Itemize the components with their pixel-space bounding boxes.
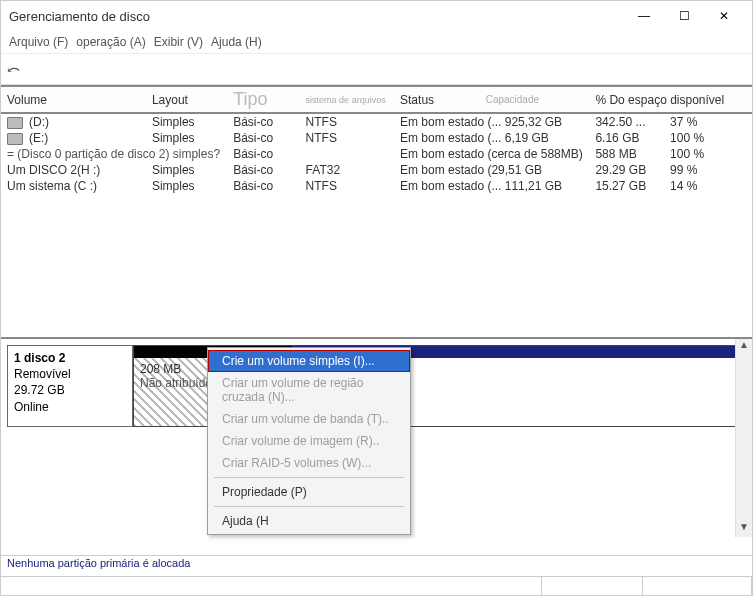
cell-filesystem: NTFS [300,113,394,130]
ctx-properties[interactable]: Propriedade (P) [208,481,410,503]
disk-info-box[interactable]: 1 disco 2 Removível 29.72 GB Online [7,345,133,427]
ctx-separator [214,506,404,507]
menu-help[interactable]: Ajuda (H) [211,35,262,49]
col-volume[interactable]: Volume [1,86,146,113]
scroll-down-icon[interactable]: ▼ [736,521,752,537]
table-row[interactable]: Um DISCO 2(H :)SimplesBási-coFAT32Em bom… [1,162,752,178]
cell-type: Bási-co [227,162,299,178]
cell-type: Bási-co [227,130,299,146]
legend-bar: Nenhuma partição primária é alocada [1,555,752,576]
table-header-row: Volume Layout Tipo sistema de arquivos S… [1,86,752,113]
cell-free-pct: 100 % [664,146,752,162]
cell-type: Bási-co [227,146,299,162]
volume-name: (E:) [29,131,48,145]
menu-action[interactable]: operação (A) [76,35,145,49]
menubar: Arquivo (F) operação (A) Exibir (V) Ajud… [1,31,752,54]
col-type[interactable]: Tipo [227,86,299,113]
cell-free-size: 29.29 GB [589,162,664,178]
disk-name: 1 disco 2 [14,350,126,366]
volume-name: = (Disco 0 partição de disco 2) simples? [7,147,220,161]
volume-name: (D:) [29,115,49,129]
cell-filesystem: NTFS [300,130,394,146]
cell-status: Em bom estado (29,51 GB [394,162,589,178]
ctx-new-raid5-volume[interactable]: Criar RAID-5 volumes (W)... [208,452,410,474]
status-bar [1,576,752,595]
table-row[interactable]: (D:)SimplesBási-coNTFSEm bom estado (...… [1,113,752,130]
cell-type: Bási-co [227,113,299,130]
cell-status: Em bom estado (... 6,19 GB [394,130,589,146]
cell-layout: Simples [146,178,227,194]
col-fs[interactable]: sistema de arquivos [300,86,394,113]
col-layout[interactable]: Layout [146,86,227,113]
window-controls: — ☐ ✕ [624,2,744,30]
cell-free-size: 342.50 ... [589,113,664,130]
window-title: Gerenciamento de disco [9,9,624,24]
menu-file[interactable]: Arquivo (F) [9,35,68,49]
drive-icon [7,133,23,145]
cell-free-pct: 14 % [664,178,752,194]
scroll-up-icon[interactable]: ▲ [736,339,752,355]
cell-type: Bási-co [227,178,299,194]
disk-management-window: Gerenciamento de disco — ☐ ✕ Arquivo (F)… [0,0,753,596]
cell-layout: Simples [146,162,227,178]
context-menu: Crie um volume simples (I)... Criar um v… [207,347,411,535]
ctx-new-simple-volume[interactable]: Crie um volume simples (I)... [208,350,410,372]
col-free[interactable]: % Do espaço disponível [589,86,752,113]
cell-volume: (E:) [1,130,146,146]
disk-size: 29.72 GB [14,382,126,398]
cell-volume: = (Disco 0 partição de disco 2) simples? [1,146,227,162]
titlebar: Gerenciamento de disco — ☐ ✕ [1,1,752,31]
disk-state: Online [14,399,126,415]
cell-volume: Um sistema (C :) [1,178,146,194]
content-split: Volume Layout Tipo sistema de arquivos S… [1,85,752,555]
cell-free-pct: 37 % [664,113,752,130]
volume-table: Volume Layout Tipo sistema de arquivos S… [1,85,752,194]
volume-list-pane: Volume Layout Tipo sistema de arquivos S… [1,85,752,339]
ctx-new-mirror-volume[interactable]: Criar volume de imagem (R).. [208,430,410,452]
cell-free-size: 6.16 GB [589,130,664,146]
table-row[interactable]: Um sistema (C :)SimplesBási-coNTFSEm bom… [1,178,752,194]
close-button[interactable]: ✕ [704,2,744,30]
col-capacity[interactable]: Capacidade [480,86,590,113]
maximize-button[interactable]: ☐ [664,2,704,30]
col-status[interactable]: Status [394,86,480,113]
ctx-new-striped-volume[interactable]: Criar um volume de banda (T).. [208,408,410,430]
ctx-new-spanned-volume[interactable]: Criar um volume de região cruzada (N)... [208,372,410,408]
disk-kind: Removível [14,366,126,382]
cell-filesystem [300,146,394,162]
cell-volume: Um DISCO 2(H :) [1,162,146,178]
cell-free-pct: 99 % [664,162,752,178]
cell-filesystem: FAT32 [300,162,394,178]
ctx-help[interactable]: Ajuda (H [208,510,410,532]
cell-free-size: 588 MB [589,146,664,162]
table-row[interactable]: = (Disco 0 partição de disco 2) simples?… [1,146,752,162]
cell-layout: Simples [146,113,227,130]
volume-name: Um sistema (C :) [7,179,97,193]
volume-name: Um DISCO 2(H :) [7,163,100,177]
cell-status: Em bom estado (... 111,21 GB [394,178,589,194]
graphical-pane: 1 disco 2 Removível 29.72 GB Online 208 … [1,339,752,555]
ctx-separator [214,477,404,478]
cell-filesystem: NTFS [300,178,394,194]
cell-free-pct: 100 % [664,130,752,146]
cell-status: Em bom estado (cerca de 588MB) [394,146,589,162]
minimize-button[interactable]: — [624,2,664,30]
table-row[interactable]: (E:)SimplesBási-coNTFSEm bom estado (...… [1,130,752,146]
vertical-scrollbar[interactable]: ▲ ▼ [735,339,752,537]
toolbar: ⤺ [1,54,752,85]
cell-volume: (D:) [1,113,146,130]
menu-view[interactable]: Exibir (V) [154,35,203,49]
legend-text: Nenhuma partição primária é alocada [7,557,190,569]
cell-free-size: 15.27 GB [589,178,664,194]
cell-status: Em bom estado (... 925,32 GB [394,113,589,130]
drive-icon [7,117,23,129]
back-icon[interactable]: ⤺ [7,60,20,79]
cell-layout: Simples [146,130,227,146]
